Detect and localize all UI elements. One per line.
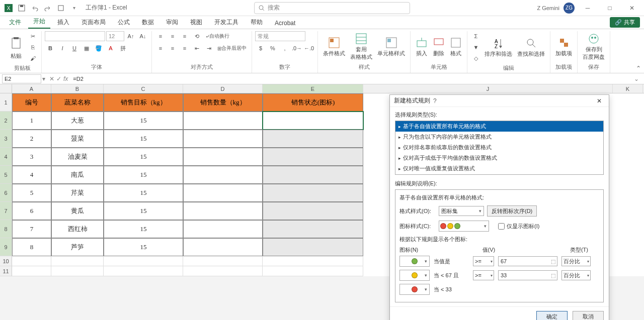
empty-cell[interactable]	[12, 256, 51, 266]
col-header-k[interactable]: K	[613, 84, 643, 93]
row-header[interactable]: 2	[0, 112, 12, 130]
decrease-indent-icon[interactable]: ⇤	[191, 43, 202, 53]
cancel-formula-icon[interactable]: ✕	[49, 75, 54, 82]
addins-button[interactable]: 加载项	[553, 36, 574, 58]
table-cell[interactable]: 4	[12, 166, 51, 184]
table-cell[interactable]: 1	[12, 112, 51, 130]
increase-font-icon[interactable]: A↑	[125, 31, 136, 41]
increase-indent-icon[interactable]: ⇥	[203, 43, 214, 53]
col-header-b[interactable]: B	[51, 84, 104, 93]
table-cell[interactable]	[183, 130, 263, 148]
row-header[interactable]: 8	[0, 220, 12, 238]
col-header-c[interactable]: C	[104, 84, 183, 93]
undo-icon[interactable]	[29, 3, 40, 14]
formula-input[interactable]: =D2	[71, 76, 631, 82]
qat-dropdown-icon[interactable]: ▾	[68, 3, 79, 14]
reverse-icon-order-button[interactable]: 反转图标次序(D)	[487, 205, 537, 217]
rule-type-item[interactable]: 基于各自值设置所有单元格的格式	[395, 121, 603, 132]
table-header-cell[interactable]: 销售目标（kg）	[104, 93, 183, 112]
table-cell[interactable]	[263, 166, 363, 184]
tab-file[interactable]: 文件	[4, 16, 26, 29]
align-right-icon[interactable]: ≡	[179, 43, 190, 53]
insert-cells-button[interactable]: 插入	[414, 36, 430, 58]
value-input[interactable]: 67	[498, 256, 557, 266]
operator-select[interactable]: >=	[473, 256, 494, 266]
name-box-dropdown-icon[interactable]: ▾	[41, 75, 46, 82]
cut-icon[interactable]: ✂	[27, 31, 38, 41]
tab-acrobat[interactable]: Acrobat	[270, 18, 300, 29]
qat-more-icon[interactable]	[55, 3, 66, 14]
ok-button[interactable]: 确定	[536, 311, 568, 320]
empty-cell[interactable]	[51, 266, 104, 276]
format-cells-button[interactable]: 格式	[448, 36, 464, 58]
user-name[interactable]: Z Gemini	[537, 5, 559, 11]
wrap-text-button[interactable]: ⤶自动换行	[203, 31, 231, 41]
show-icon-only-checkbox[interactable]	[498, 223, 505, 230]
row-header[interactable]: 10	[0, 256, 12, 266]
redo-icon[interactable]	[42, 3, 53, 14]
align-top-icon[interactable]: ≡	[155, 31, 166, 41]
operator-select[interactable]: >=	[473, 270, 494, 280]
copy-icon[interactable]: ⎘	[27, 42, 38, 52]
user-avatar[interactable]: ZG	[564, 3, 575, 14]
paste-button[interactable]: 粘贴	[6, 34, 26, 61]
fill-icon[interactable]: ▼	[470, 42, 481, 52]
rule-type-item[interactable]: 仅对排名靠前或靠后的数值设置格式	[395, 142, 603, 153]
font-color-icon[interactable]: A	[105, 43, 116, 53]
table-cell[interactable]	[263, 202, 363, 220]
table-cell[interactable]	[263, 184, 363, 202]
col-header-e[interactable]: E	[263, 84, 363, 93]
table-cell[interactable]: 15	[104, 130, 183, 148]
table-cell[interactable]	[183, 220, 263, 238]
format-style-select[interactable]: 图标集	[439, 206, 484, 216]
table-cell[interactable]	[183, 166, 263, 184]
table-cell[interactable]	[263, 220, 363, 238]
name-box[interactable]: E2	[2, 74, 41, 83]
row-header[interactable]: 11	[0, 266, 12, 276]
table-cell[interactable]	[183, 202, 263, 220]
table-cell[interactable]: 芹菜	[51, 184, 104, 202]
font-name-combo[interactable]	[45, 31, 105, 41]
rule-type-item[interactable]: 使用公式确定要设置格式的单元格	[395, 174, 603, 175]
cell-styles-button[interactable]: 单元格样式	[375, 36, 407, 58]
search-box[interactable]: 搜索	[254, 2, 410, 14]
table-cell[interactable]: 6	[12, 202, 51, 220]
icon-style-select[interactable]	[439, 221, 489, 232]
decrease-decimal-icon[interactable]: ←.0	[303, 43, 314, 53]
dialog-close-icon[interactable]: ✕	[594, 97, 605, 104]
table-cell[interactable]	[183, 184, 263, 202]
increase-decimal-icon[interactable]: .0→	[291, 43, 302, 53]
tab-help[interactable]: 帮助	[246, 16, 268, 29]
conditional-format-button[interactable]: 条件格式	[321, 36, 347, 58]
phonetic-icon[interactable]: 拼	[117, 43, 128, 53]
table-cell[interactable]: 大葱	[51, 112, 104, 130]
table-header-cell[interactable]: 销售状态(图标)	[263, 93, 363, 112]
clear-icon[interactable]: ◇	[470, 53, 481, 63]
find-select-button[interactable]: 查找和选择	[515, 36, 547, 59]
col-header-a[interactable]: A	[12, 84, 51, 93]
empty-cell[interactable]	[104, 266, 183, 276]
autosum-icon[interactable]: Σ	[470, 31, 481, 41]
tab-layout[interactable]: 页面布局	[76, 16, 111, 29]
close-button[interactable]: ✕	[623, 1, 641, 15]
row-header[interactable]: 1	[0, 93, 12, 112]
table-cell[interactable]: 7	[12, 220, 51, 238]
share-button[interactable]: 🔗共享	[610, 17, 640, 28]
tab-insert[interactable]: 插入	[52, 16, 74, 29]
table-header-cell[interactable]: 销售数量（kg）	[183, 93, 263, 112]
border-icon[interactable]: ▦	[81, 43, 92, 53]
fill-color-icon[interactable]: 🪣	[93, 43, 104, 53]
empty-cell[interactable]	[12, 266, 51, 276]
table-cell[interactable]: 15	[104, 166, 183, 184]
type-select[interactable]: 百分比	[561, 270, 591, 280]
type-select[interactable]: 百分比	[561, 256, 591, 266]
table-cell[interactable]	[263, 148, 363, 166]
table-cell[interactable]: 15	[104, 238, 183, 256]
currency-icon[interactable]: $	[255, 43, 266, 53]
font-size-combo[interactable]: 12	[106, 31, 124, 41]
row-header[interactable]: 6	[0, 184, 12, 202]
value-input[interactable]: 33	[498, 270, 557, 280]
empty-cell[interactable]	[51, 256, 104, 266]
align-middle-icon[interactable]: ≡	[167, 31, 178, 41]
table-cell[interactable]: 黄瓜	[51, 202, 104, 220]
